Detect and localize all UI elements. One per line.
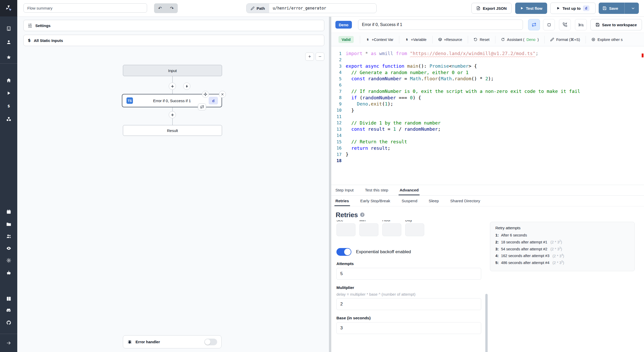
zoom-in-button[interactable]: +: [305, 52, 314, 61]
sidebar-item-collapse-arrow[interactable]: [0, 340, 17, 346]
toolbar-item-context-var[interactable]: $+Context Var: [360, 36, 399, 43]
trigger-bolt-button[interactable]: [183, 83, 190, 90]
toolbar-item-reset[interactable]: Reset: [468, 36, 495, 43]
zoom-out-button[interactable]: −: [316, 52, 324, 61]
add-step-button[interactable]: [169, 83, 176, 90]
time-input-hour[interactable]: [382, 223, 401, 236]
time-input-sec[interactable]: [336, 223, 355, 236]
time-input-day[interactable]: [405, 223, 424, 236]
form-scrollbar[interactable]: [485, 294, 488, 352]
building-icon: [6, 26, 11, 31]
toolbar-item-resource[interactable]: +Resource: [432, 36, 468, 43]
move-step-button[interactable]: [202, 91, 209, 98]
early-stop-icon-button[interactable]: [543, 19, 555, 30]
flow-node-step[interactable]: TS Error if 0, Success if 1 d: [122, 94, 222, 107]
flow-settings-button[interactable]: Settings: [23, 20, 324, 31]
toolbar-item-format-s[interactable]: Format (⌘+S): [544, 36, 586, 43]
tab-advanced[interactable]: Advanced: [400, 185, 419, 195]
error-ruler-mark: [642, 54, 643, 57]
code-editor[interactable]: 1import * as wmill from "https://deno.la…: [331, 46, 644, 185]
star-icon: [6, 55, 11, 60]
code-line-10: 10 }: [331, 107, 644, 114]
step-retries-indicator[interactable]: [198, 103, 206, 110]
path-group[interactable]: Path u/henri/error_generator: [246, 3, 377, 13]
sidebar-item-github[interactable]: [0, 319, 17, 326]
toolbar-item-explore-other-s[interactable]: Explore other s: [586, 36, 628, 43]
sidebar-item-home[interactable]: [0, 77, 17, 84]
topbar: ↶ ↷ Path u/henri/error_generator Export …: [17, 0, 644, 17]
package-icon: [438, 38, 442, 41]
code-line-1: 1import * as wmill from "https://deno.la…: [331, 50, 644, 57]
advanced-subtabs: RetriesEarly Stop/BreakSuspendSleepShare…: [331, 196, 644, 206]
attempts-input[interactable]: [336, 268, 481, 280]
tab-test-this-step[interactable]: Test this step: [365, 185, 388, 195]
code-line-6: 6: [331, 82, 644, 89]
test-up-to-button[interactable]: Test up to d: [550, 3, 596, 14]
all-static-inputs-button[interactable]: $ All Static Inputs: [23, 35, 324, 46]
step-node-label: Error if 0, Success if 1: [153, 99, 191, 103]
dollar-icon: $: [6, 103, 11, 109]
svg-text:$: $: [406, 38, 408, 41]
sidebar-item-discord[interactable]: [0, 307, 17, 314]
retries-title: Retries: [336, 211, 358, 219]
sidebar-item-book[interactable]: [0, 295, 17, 302]
path-chip: Path: [247, 4, 269, 13]
save-label: Save: [609, 6, 618, 11]
tab-step-input[interactable]: Step Input: [335, 185, 354, 195]
step-title-input[interactable]: [358, 20, 523, 30]
toolbar-item-variable[interactable]: $+Variable: [399, 36, 432, 43]
subtab-retries[interactable]: Retries: [335, 196, 349, 206]
suspend-icon-button[interactable]: [559, 19, 571, 30]
save-button[interactable]: Save: [599, 6, 622, 11]
add-step-button[interactable]: [169, 111, 176, 118]
subtab-shared-directory[interactable]: Shared Directory: [450, 196, 480, 206]
sidebar-item-folder[interactable]: [0, 221, 17, 227]
github-icon: [6, 320, 11, 325]
sidebar-item-resources[interactable]: [0, 116, 17, 122]
language-badge[interactable]: Deno: [335, 21, 352, 29]
subtab-early-stop-break[interactable]: Early Stop/Break: [360, 196, 390, 206]
error-handler-toggle[interactable]: [204, 339, 217, 345]
flow-node-input[interactable]: Input: [123, 65, 222, 76]
windmill-logo[interactable]: [0, 0, 17, 16]
subtab-suspend[interactable]: Suspend: [402, 196, 417, 206]
sidebar-item-dollar[interactable]: $: [0, 103, 17, 109]
sidebar-item-worker[interactable]: [0, 269, 17, 276]
test-flow-button[interactable]: Test flow: [515, 3, 547, 14]
retry-attempt-row: 3:54 seconds after attempt #2(2 * 33): [495, 247, 629, 251]
toolbar-item-label: Assistant (: [507, 38, 524, 42]
retries-form-scroll[interactable]: SecMinHourDay Exponential backoff enable…: [331, 220, 487, 352]
info-icon[interactable]: i: [360, 213, 365, 217]
subtab-sleep[interactable]: Sleep: [429, 196, 439, 206]
multiplier-input[interactable]: [336, 298, 481, 310]
redo-button[interactable]: ↷: [166, 4, 177, 13]
sidebar-item-users[interactable]: [0, 233, 17, 240]
flow-node-result[interactable]: Result: [123, 125, 222, 136]
sidebar-item-star[interactable]: [0, 54, 17, 61]
code-line-17: 17}: [331, 151, 644, 158]
save-to-workspace-button[interactable]: Save to workspace: [590, 19, 642, 30]
undo-button[interactable]: ↶: [155, 4, 165, 13]
exponential-backoff-toggle[interactable]: [336, 248, 351, 256]
save-button-divider: [624, 3, 625, 14]
code-line-11: 11: [331, 113, 644, 120]
sleep-icon-button[interactable]: [575, 19, 587, 30]
time-input-min[interactable]: [359, 223, 378, 236]
retries-heading: Retries i: [336, 211, 365, 219]
retries-icon-button[interactable]: [528, 19, 540, 30]
delete-step-button[interactable]: [219, 91, 226, 98]
sidebar-item-calendar[interactable]: [0, 208, 17, 215]
base-input[interactable]: [336, 322, 481, 334]
sidebar-item-user[interactable]: [0, 39, 17, 46]
save-dropdown-button[interactable]: [627, 6, 639, 10]
toolbar-item-assistant[interactable]: Assistant (Deno): [495, 36, 544, 43]
flow-summary-input[interactable]: [23, 3, 147, 13]
panel-splitter[interactable]: [329, 16, 331, 352]
sidebar-item-play[interactable]: [0, 90, 17, 96]
sidebar-item-building[interactable]: [0, 25, 17, 32]
code-line-14: 14: [331, 133, 644, 139]
sidebar-item-eye[interactable]: [0, 245, 17, 252]
windmill-logo-icon: [5, 5, 12, 12]
sidebar-item-gear[interactable]: [0, 257, 17, 264]
export-json-button[interactable]: Export JSON: [471, 3, 512, 14]
